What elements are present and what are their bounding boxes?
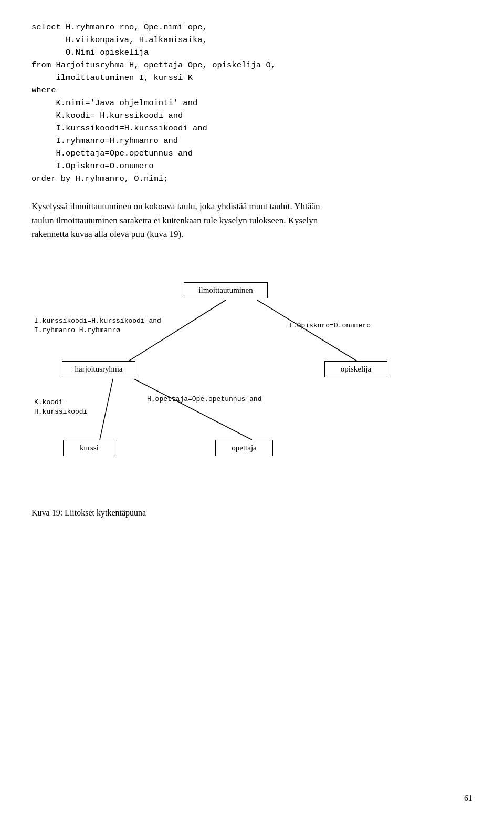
tree-edge-label-bottom-left: K.koodi= H.kurssikoodi: [34, 398, 87, 417]
figure-caption: Kuva 19: Liitokset kytkentäpuuna: [32, 508, 472, 518]
tree-edge-label-bottom-right: H.opettaja=Ope.opetunnus and: [147, 395, 261, 403]
tree-node-harjoitusryhma: harjoitusryhma: [62, 361, 135, 377]
prose-line3: rakennetta kuvaa alla oleva puu (kuva 19…: [32, 229, 183, 239]
tree-diagram: ilmoittautuminen I.kurssikoodi=H.kurssik…: [32, 256, 483, 487]
tree-node-opettaja: opettaja: [215, 440, 273, 456]
prose-line1: Kyselyssä ilmoittautuminen on kokoava ta…: [32, 201, 320, 211]
tree-node-opiskelija: opiskelija: [324, 361, 387, 377]
prose-line2: taulun ilmoittautuminen saraketta ei kui…: [32, 215, 318, 225]
prose-paragraph: Kyselyssä ilmoittautuminen on kokoava ta…: [32, 200, 472, 241]
sql-code-block: select H.ryhmanro rno, Ope.nimi ope, H.v…: [32, 21, 472, 185]
line-ilm-opis: [257, 300, 357, 361]
tree-node-kurssi: kurssi: [63, 440, 116, 456]
page-number: 61: [464, 794, 472, 803]
line-harj-kurssi: [100, 379, 113, 440]
tree-node-ilmoittautuminen: ilmoittautuminen: [184, 282, 268, 298]
tree-edge-label-left: I.kurssikoodi=H.kurssikoodi and I.ryhman…: [34, 316, 161, 335]
tree-edge-label-right: I.Opisknro=O.onumero: [289, 322, 371, 329]
line-harj-opettaja: [134, 379, 252, 440]
